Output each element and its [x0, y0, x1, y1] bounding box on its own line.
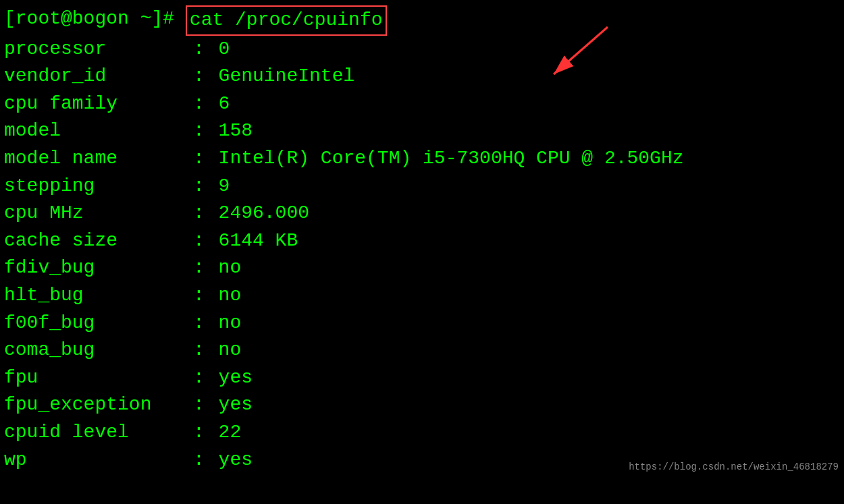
row-colon: : [193, 227, 216, 255]
row-value: 2496.000 [219, 200, 309, 227]
row-colon: : [193, 145, 216, 173]
row-value: 22 [219, 419, 242, 447]
table-row: cpu MHz : 2496.000 [4, 200, 840, 227]
command-line: [root@bogon ~]# cat /proc/cpuinfo [4, 5, 840, 36]
table-row: cache size : 6144 KB [4, 227, 840, 255]
command: cat /proc/cpuinfo [186, 5, 387, 36]
row-colon: : [193, 90, 216, 118]
row-key: hlt_bug [4, 282, 193, 310]
table-row: f00f_bug : no [4, 310, 840, 337]
row-colon: : [193, 364, 216, 392]
row-value: no [219, 282, 242, 310]
table-row: fpu_exception : yes [4, 391, 840, 419]
table-row: fpu : yes [4, 364, 840, 392]
row-colon: : [193, 337, 216, 364]
table-row: model name : Intel(R) Core(TM) i5-7300HQ… [4, 145, 840, 173]
row-value: no [219, 310, 242, 337]
row-colon: : [193, 447, 216, 474]
table-row: stepping : 9 [4, 173, 840, 200]
row-value: 9 [219, 173, 230, 200]
row-key: processor [4, 36, 193, 63]
row-key: coma_bug [4, 337, 193, 364]
row-key: fpu_exception [4, 391, 193, 419]
row-key: fdiv_bug [4, 254, 193, 282]
table-row: fdiv_bug : no [4, 254, 840, 282]
row-key: model name [4, 145, 193, 173]
row-value: no [219, 337, 242, 364]
row-value: Intel(R) Core(TM) i5-7300HQ CPU @ 2.50GH… [219, 145, 684, 173]
row-colon: : [193, 63, 216, 90]
row-colon: : [193, 391, 216, 419]
table-row: processor : 0 [4, 36, 840, 63]
row-key: stepping [4, 173, 193, 200]
table-row: cpu family : 6 [4, 90, 840, 118]
row-key: vendor_id [4, 63, 193, 90]
row-colon: : [193, 200, 216, 227]
row-key: wp [4, 447, 193, 474]
row-key: f00f_bug [4, 310, 193, 337]
watermark: https://blog.csdn.net/weixin_46818279 [629, 460, 839, 474]
row-value: 0 [219, 36, 230, 63]
row-value: no [219, 254, 242, 282]
row-key: model [4, 117, 193, 145]
table-row: vendor_id : GenuineIntel [4, 63, 840, 90]
row-key: cache size [4, 227, 193, 255]
row-colon: : [193, 254, 216, 282]
row-colon: : [193, 36, 216, 63]
row-key: cpuid level [4, 419, 193, 447]
row-colon: : [193, 282, 216, 310]
row-value: GenuineIntel [219, 63, 355, 90]
table-row: hlt_bug : no [4, 282, 840, 310]
cpu-info-rows: processor : 0vendor_id : GenuineIntelcpu… [4, 36, 840, 474]
row-value: 158 [219, 117, 253, 145]
row-key: cpu MHz [4, 200, 193, 227]
table-row: cpuid level : 22 [4, 419, 840, 447]
row-colon: : [193, 419, 216, 447]
row-value: yes [219, 447, 253, 474]
row-value: 6 [219, 90, 230, 118]
row-value: yes [219, 364, 253, 392]
row-colon: : [193, 310, 216, 337]
row-colon: : [193, 117, 216, 145]
row-value: yes [219, 391, 253, 419]
row-key: fpu [4, 364, 193, 392]
row-key: cpu family [4, 90, 193, 118]
row-colon: : [193, 173, 216, 200]
table-row: model : 158 [4, 117, 840, 145]
row-value: 6144 KB [219, 227, 298, 255]
table-row: coma_bug : no [4, 337, 840, 364]
terminal-window: [root@bogon ~]# cat /proc/cpuinfo proces… [0, 0, 844, 479]
prompt: [root@bogon ~]# [4, 5, 186, 36]
